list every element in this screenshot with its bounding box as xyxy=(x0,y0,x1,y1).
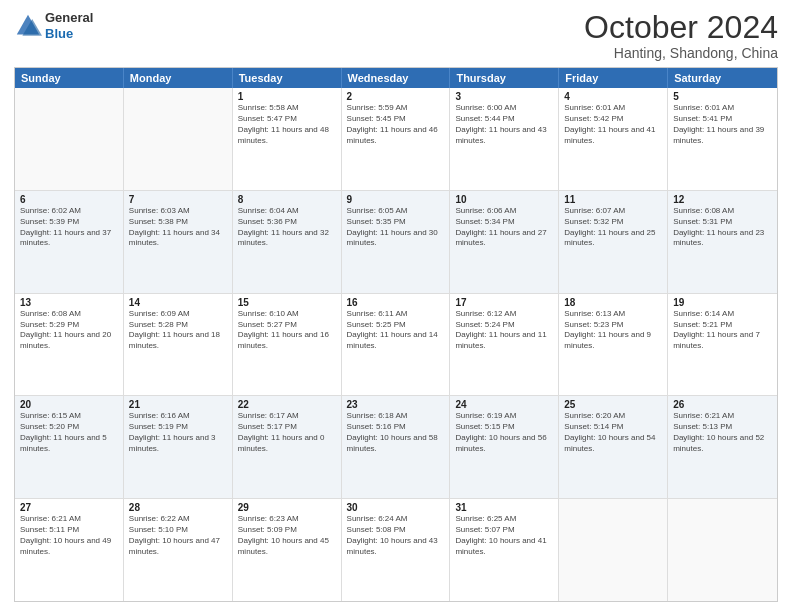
day-number: 29 xyxy=(238,502,336,513)
cell-text: Sunrise: 6:16 AMSunset: 5:19 PMDaylight:… xyxy=(129,411,227,454)
header-tuesday: Tuesday xyxy=(233,68,342,88)
cal-cell-0-3: 2Sunrise: 5:59 AMSunset: 5:45 PMDaylight… xyxy=(342,88,451,190)
cal-cell-3-2: 22Sunrise: 6:17 AMSunset: 5:17 PMDayligh… xyxy=(233,396,342,498)
cal-cell-2-1: 14Sunrise: 6:09 AMSunset: 5:28 PMDayligh… xyxy=(124,294,233,396)
cell-text: Sunrise: 6:06 AMSunset: 5:34 PMDaylight:… xyxy=(455,206,553,249)
cal-cell-4-0: 27Sunrise: 6:21 AMSunset: 5:11 PMDayligh… xyxy=(15,499,124,601)
header-saturday: Saturday xyxy=(668,68,777,88)
day-number: 12 xyxy=(673,194,772,205)
cal-cell-4-2: 29Sunrise: 6:23 AMSunset: 5:09 PMDayligh… xyxy=(233,499,342,601)
day-number: 30 xyxy=(347,502,445,513)
header-thursday: Thursday xyxy=(450,68,559,88)
calendar-body: 1Sunrise: 5:58 AMSunset: 5:47 PMDaylight… xyxy=(15,88,777,601)
calendar-row-0: 1Sunrise: 5:58 AMSunset: 5:47 PMDaylight… xyxy=(15,88,777,191)
cal-cell-1-5: 11Sunrise: 6:07 AMSunset: 5:32 PMDayligh… xyxy=(559,191,668,293)
cal-cell-4-5 xyxy=(559,499,668,601)
header-monday: Monday xyxy=(124,68,233,88)
cell-text: Sunrise: 6:02 AMSunset: 5:39 PMDaylight:… xyxy=(20,206,118,249)
cell-text: Sunrise: 6:24 AMSunset: 5:08 PMDaylight:… xyxy=(347,514,445,557)
cal-cell-2-4: 17Sunrise: 6:12 AMSunset: 5:24 PMDayligh… xyxy=(450,294,559,396)
day-number: 1 xyxy=(238,91,336,102)
cell-text: Sunrise: 6:08 AMSunset: 5:31 PMDaylight:… xyxy=(673,206,772,249)
header-sunday: Sunday xyxy=(15,68,124,88)
header-friday: Friday xyxy=(559,68,668,88)
cell-text: Sunrise: 6:25 AMSunset: 5:07 PMDaylight:… xyxy=(455,514,553,557)
cell-text: Sunrise: 6:13 AMSunset: 5:23 PMDaylight:… xyxy=(564,309,662,352)
cell-text: Sunrise: 6:05 AMSunset: 5:35 PMDaylight:… xyxy=(347,206,445,249)
cell-text: Sunrise: 6:08 AMSunset: 5:29 PMDaylight:… xyxy=(20,309,118,352)
cell-text: Sunrise: 6:23 AMSunset: 5:09 PMDaylight:… xyxy=(238,514,336,557)
cell-text: Sunrise: 6:01 AMSunset: 5:41 PMDaylight:… xyxy=(673,103,772,146)
day-number: 23 xyxy=(347,399,445,410)
day-number: 16 xyxy=(347,297,445,308)
day-number: 8 xyxy=(238,194,336,205)
cal-cell-0-0 xyxy=(15,88,124,190)
day-number: 18 xyxy=(564,297,662,308)
header: General Blue October 2024 Hanting, Shand… xyxy=(14,10,778,61)
cal-cell-0-6: 5Sunrise: 6:01 AMSunset: 5:41 PMDaylight… xyxy=(668,88,777,190)
cal-cell-3-4: 24Sunrise: 6:19 AMSunset: 5:15 PMDayligh… xyxy=(450,396,559,498)
calendar-row-3: 20Sunrise: 6:15 AMSunset: 5:20 PMDayligh… xyxy=(15,396,777,499)
cell-text: Sunrise: 6:10 AMSunset: 5:27 PMDaylight:… xyxy=(238,309,336,352)
cal-cell-2-5: 18Sunrise: 6:13 AMSunset: 5:23 PMDayligh… xyxy=(559,294,668,396)
header-wednesday: Wednesday xyxy=(342,68,451,88)
cell-text: Sunrise: 5:59 AMSunset: 5:45 PMDaylight:… xyxy=(347,103,445,146)
cal-cell-1-4: 10Sunrise: 6:06 AMSunset: 5:34 PMDayligh… xyxy=(450,191,559,293)
day-number: 24 xyxy=(455,399,553,410)
day-number: 5 xyxy=(673,91,772,102)
day-number: 7 xyxy=(129,194,227,205)
cell-text: Sunrise: 6:22 AMSunset: 5:10 PMDaylight:… xyxy=(129,514,227,557)
page: General Blue October 2024 Hanting, Shand… xyxy=(0,0,792,612)
cell-text: Sunrise: 6:11 AMSunset: 5:25 PMDaylight:… xyxy=(347,309,445,352)
calendar-row-2: 13Sunrise: 6:08 AMSunset: 5:29 PMDayligh… xyxy=(15,294,777,397)
title-area: October 2024 Hanting, Shandong, China xyxy=(584,10,778,61)
calendar-row-1: 6Sunrise: 6:02 AMSunset: 5:39 PMDaylight… xyxy=(15,191,777,294)
cal-cell-2-3: 16Sunrise: 6:11 AMSunset: 5:25 PMDayligh… xyxy=(342,294,451,396)
logo-area: General Blue xyxy=(14,10,93,41)
cell-text: Sunrise: 6:00 AMSunset: 5:44 PMDaylight:… xyxy=(455,103,553,146)
day-number: 2 xyxy=(347,91,445,102)
cell-text: Sunrise: 6:17 AMSunset: 5:17 PMDaylight:… xyxy=(238,411,336,454)
day-number: 26 xyxy=(673,399,772,410)
day-number: 22 xyxy=(238,399,336,410)
cal-cell-1-1: 7Sunrise: 6:03 AMSunset: 5:38 PMDaylight… xyxy=(124,191,233,293)
day-number: 25 xyxy=(564,399,662,410)
day-number: 21 xyxy=(129,399,227,410)
cell-text: Sunrise: 6:20 AMSunset: 5:14 PMDaylight:… xyxy=(564,411,662,454)
logo-general: General xyxy=(45,10,93,25)
day-number: 10 xyxy=(455,194,553,205)
cal-cell-4-3: 30Sunrise: 6:24 AMSunset: 5:08 PMDayligh… xyxy=(342,499,451,601)
cal-cell-0-5: 4Sunrise: 6:01 AMSunset: 5:42 PMDaylight… xyxy=(559,88,668,190)
cell-text: Sunrise: 6:19 AMSunset: 5:15 PMDaylight:… xyxy=(455,411,553,454)
cell-text: Sunrise: 6:21 AMSunset: 5:11 PMDaylight:… xyxy=(20,514,118,557)
cal-cell-1-3: 9Sunrise: 6:05 AMSunset: 5:35 PMDaylight… xyxy=(342,191,451,293)
month-title: October 2024 xyxy=(584,10,778,45)
day-number: 9 xyxy=(347,194,445,205)
cell-text: Sunrise: 6:01 AMSunset: 5:42 PMDaylight:… xyxy=(564,103,662,146)
calendar-header: Sunday Monday Tuesday Wednesday Thursday… xyxy=(15,68,777,88)
day-number: 13 xyxy=(20,297,118,308)
calendar: Sunday Monday Tuesday Wednesday Thursday… xyxy=(14,67,778,602)
cal-cell-2-2: 15Sunrise: 6:10 AMSunset: 5:27 PMDayligh… xyxy=(233,294,342,396)
logo-text: General Blue xyxy=(45,10,93,41)
logo-icon xyxy=(14,12,42,40)
cal-cell-0-4: 3Sunrise: 6:00 AMSunset: 5:44 PMDaylight… xyxy=(450,88,559,190)
cal-cell-4-4: 31Sunrise: 6:25 AMSunset: 5:07 PMDayligh… xyxy=(450,499,559,601)
cal-cell-2-0: 13Sunrise: 6:08 AMSunset: 5:29 PMDayligh… xyxy=(15,294,124,396)
cal-cell-1-2: 8Sunrise: 6:04 AMSunset: 5:36 PMDaylight… xyxy=(233,191,342,293)
cell-text: Sunrise: 6:12 AMSunset: 5:24 PMDaylight:… xyxy=(455,309,553,352)
day-number: 3 xyxy=(455,91,553,102)
cell-text: Sunrise: 6:03 AMSunset: 5:38 PMDaylight:… xyxy=(129,206,227,249)
day-number: 28 xyxy=(129,502,227,513)
location: Hanting, Shandong, China xyxy=(584,45,778,61)
day-number: 6 xyxy=(20,194,118,205)
day-number: 17 xyxy=(455,297,553,308)
cell-text: Sunrise: 6:21 AMSunset: 5:13 PMDaylight:… xyxy=(673,411,772,454)
cal-cell-3-5: 25Sunrise: 6:20 AMSunset: 5:14 PMDayligh… xyxy=(559,396,668,498)
cal-cell-2-6: 19Sunrise: 6:14 AMSunset: 5:21 PMDayligh… xyxy=(668,294,777,396)
cell-text: Sunrise: 6:15 AMSunset: 5:20 PMDaylight:… xyxy=(20,411,118,454)
cal-cell-1-6: 12Sunrise: 6:08 AMSunset: 5:31 PMDayligh… xyxy=(668,191,777,293)
day-number: 4 xyxy=(564,91,662,102)
cell-text: Sunrise: 6:07 AMSunset: 5:32 PMDaylight:… xyxy=(564,206,662,249)
day-number: 11 xyxy=(564,194,662,205)
